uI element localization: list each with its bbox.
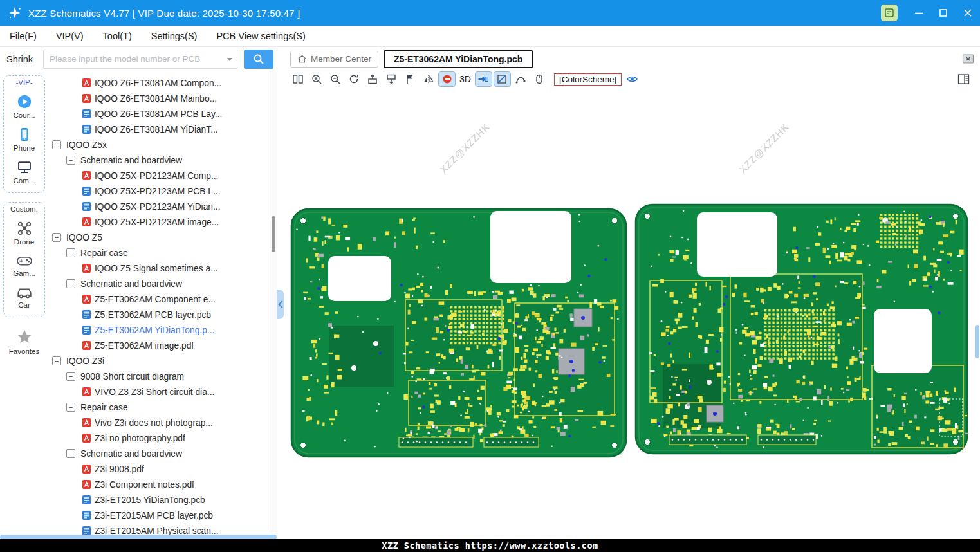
colorscheme-button[interactable]: [ColorScheme] bbox=[554, 73, 622, 86]
tree-item-row[interactable]: IQOO Z6-ET3081AM Compon... bbox=[48, 75, 270, 91]
tree-item-row[interactable]: IQOO Z5 Signal sometimes a... bbox=[48, 261, 270, 276]
tree-item-row[interactable]: Vivo Z3i does not photograp... bbox=[48, 415, 270, 430]
sidebar-item-course[interactable]: Cour... bbox=[4, 94, 44, 119]
tree-group-row[interactable]: −Schematic and boardview bbox=[48, 276, 270, 291]
menu-tool[interactable]: Tool(T) bbox=[93, 26, 142, 46]
tree-item-row[interactable]: IQOO Z5X-PD2123AM Comp... bbox=[48, 168, 270, 183]
pdf-icon-wrap bbox=[80, 418, 92, 427]
menu-vip[interactable]: VIP(V) bbox=[46, 26, 93, 46]
tree-item-row[interactable]: Z3i-ET2015 YiDianTong.pcb bbox=[48, 492, 270, 508]
tree-item-row[interactable]: Z5-ET3062AM Component e... bbox=[48, 291, 270, 307]
license-icon[interactable] bbox=[881, 5, 898, 21]
sidebar-item-drone[interactable]: Drone bbox=[4, 221, 44, 246]
measure-curve-button[interactable] bbox=[513, 72, 529, 86]
collapse-minus-icon[interactable]: − bbox=[66, 156, 75, 165]
tree-item-row[interactable]: Z5-ET3062AM image.pdf bbox=[48, 338, 270, 353]
zoom-in-button[interactable] bbox=[308, 72, 324, 86]
shrink-button[interactable]: Shrink bbox=[6, 54, 33, 64]
tree-item-row[interactable]: Z3i-ET2015AM Physical scan... bbox=[48, 523, 270, 535]
search-box[interactable] bbox=[43, 50, 237, 69]
pcb-icon-wrap bbox=[80, 511, 92, 520]
minimize-button[interactable] bbox=[907, 0, 931, 26]
tree-item-label: IQOO Z6-ET3081AM Mainbo... bbox=[95, 94, 217, 104]
sidebar-item-favorites[interactable]: Favorites bbox=[0, 329, 48, 355]
tree-item-row[interactable]: Z3i 9008.pdf bbox=[48, 461, 270, 477]
collapse-minus-icon[interactable]: − bbox=[52, 356, 61, 365]
collapse-tree-handle[interactable] bbox=[277, 290, 284, 319]
split-view-button[interactable] bbox=[290, 72, 306, 86]
rotate-view-button[interactable] bbox=[346, 72, 362, 86]
collapse-minus-icon[interactable]: − bbox=[66, 449, 75, 458]
red-display-button[interactable] bbox=[439, 72, 455, 86]
chevron-left-icon bbox=[278, 300, 283, 308]
tree-group-row[interactable]: −Schematic and boardview bbox=[48, 152, 270, 168]
sidebar-item-computer[interactable]: Com... bbox=[4, 160, 44, 185]
top-layer-button[interactable] bbox=[364, 72, 380, 86]
tree-group-row[interactable]: −IQOO Z5x bbox=[48, 137, 270, 152]
mouse-settings-button[interactable] bbox=[532, 72, 548, 86]
collapse-minus-icon[interactable]: − bbox=[52, 140, 61, 149]
menu-file[interactable]: File(F) bbox=[0, 26, 46, 46]
tree-item-label: IQOO Z5 bbox=[66, 233, 102, 243]
collapse-minus-icon[interactable]: − bbox=[66, 248, 75, 257]
collapse-minus-icon[interactable]: − bbox=[66, 372, 75, 381]
computer-icon bbox=[17, 160, 32, 175]
tree-item-row[interactable]: Z3i-ET2015AM PCB layer.pcb bbox=[48, 508, 270, 523]
member-center-button[interactable]: Member Center bbox=[290, 51, 378, 68]
tree-item-row[interactable]: IQOO Z5X-PD2123AM PCB L... bbox=[48, 183, 270, 199]
tree-item-row[interactable]: IQOO Z6-ET3081AM PCB Lay... bbox=[48, 106, 270, 122]
sidebar-item-game[interactable]: Gam... bbox=[4, 253, 44, 277]
mirror-button[interactable] bbox=[420, 72, 436, 86]
menu-pcb-view-settings[interactable]: PCB View settings(S) bbox=[207, 26, 315, 46]
close-button[interactable] bbox=[956, 0, 980, 26]
tab-active-pcb[interactable]: Z5-ET3062AM YiDianTong.pcb bbox=[384, 50, 533, 68]
sidebar-item-phone[interactable]: Phone bbox=[4, 127, 44, 152]
tree-group-row[interactable]: −IQOO Z5 bbox=[48, 230, 270, 245]
tree-group-row[interactable]: −Repair case bbox=[48, 245, 270, 261]
menu-settings[interactable]: Settings(S) bbox=[142, 26, 207, 46]
tree-item-row[interactable]: Z3i no photography.pdf bbox=[48, 430, 270, 446]
3d-toggle-button[interactable]: 3D bbox=[458, 74, 473, 84]
move-arrow-button[interactable] bbox=[476, 72, 492, 86]
window-controls bbox=[881, 0, 980, 26]
zoom-out-button[interactable] bbox=[327, 72, 343, 86]
pdf-icon-wrap bbox=[80, 217, 92, 226]
tree-item-label: Z5-ET3062AM image.pdf bbox=[95, 341, 194, 351]
pdf-icon-wrap bbox=[80, 94, 92, 103]
pcb-canvas[interactable]: XZZ@XZZHKXZZ@XZZHK bbox=[277, 87, 980, 539]
tree-item-row[interactable]: IQOO Z6-ET3081AM YiDianT... bbox=[48, 122, 270, 137]
search-button[interactable] bbox=[244, 50, 273, 69]
tree-group-row[interactable]: −Repair case bbox=[48, 400, 270, 415]
close-panel-icon[interactable] bbox=[962, 53, 974, 64]
tree-group-row[interactable]: −IQOO Z3i bbox=[48, 353, 270, 369]
tree-item-row[interactable]: IQOO Z6-ET3081AM Mainbo... bbox=[48, 91, 270, 106]
dropdown-caret-icon[interactable] bbox=[227, 58, 232, 61]
visibility-button[interactable] bbox=[624, 72, 640, 86]
tree-item-row[interactable]: IQOO Z5X-PD2123AM YiDian... bbox=[48, 199, 270, 214]
tree-item-row[interactable]: Z3i Component notes.pdf bbox=[48, 477, 270, 492]
pdf-icon-wrap bbox=[80, 78, 92, 87]
maximize-button[interactable] bbox=[931, 0, 956, 26]
flag-button[interactable] bbox=[402, 72, 418, 86]
bottom-layer-button[interactable] bbox=[383, 72, 399, 86]
sidebar-item-label: Gam... bbox=[13, 270, 35, 277]
tree-item-row[interactable]: VIVO Z3 Z3i Short circuit dia... bbox=[48, 384, 270, 400]
collapse-minus-icon[interactable]: − bbox=[66, 279, 75, 288]
tree-group-row[interactable]: −Schematic and boardview bbox=[48, 446, 270, 461]
collapse-minus-icon[interactable]: − bbox=[66, 403, 75, 412]
tree-item-row[interactable]: Z5-ET3062AM YiDianTong.p... bbox=[48, 322, 270, 338]
phone-icon bbox=[17, 127, 32, 142]
tree-item-row[interactable]: IQOO Z5X-PD2123AM image... bbox=[48, 214, 270, 230]
viewer-scrollbar-thumb[interactable] bbox=[975, 325, 979, 358]
search-input[interactable] bbox=[44, 50, 237, 68]
layers-panel-button[interactable] bbox=[957, 73, 970, 85]
net-cross-button[interactable] bbox=[494, 72, 510, 86]
pdf-file-icon bbox=[82, 264, 91, 273]
tree-scrollbar-thumb[interactable] bbox=[272, 216, 275, 252]
eye-icon bbox=[626, 73, 638, 85]
tree-vertical-scrollbar[interactable] bbox=[270, 71, 277, 535]
tree-group-row[interactable]: −9008 Short circuit diagram bbox=[48, 369, 270, 384]
sidebar-item-car[interactable]: Car bbox=[4, 285, 44, 309]
tree-item-row[interactable]: Z5-ET3062AM PCB layer.pcb bbox=[48, 307, 270, 322]
collapse-minus-icon[interactable]: − bbox=[52, 233, 61, 242]
